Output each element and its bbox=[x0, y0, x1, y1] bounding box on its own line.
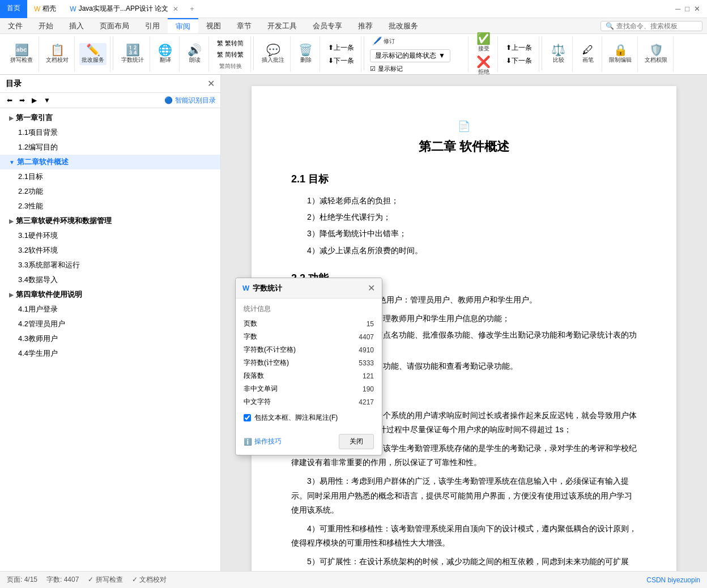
include-textbox-input[interactable] bbox=[244, 414, 251, 421]
modal-section-title: 统计信息 bbox=[244, 304, 374, 314]
include-textbox-label: 包括文本框、脚注和尾注(F) bbox=[254, 413, 338, 423]
table-row-zhchars: 中文字符 4217 bbox=[244, 395, 374, 408]
row-value-nonzh: 190 bbox=[344, 382, 374, 395]
row-value-zhchars: 4217 bbox=[344, 395, 374, 408]
table-row-pages: 页数 15 bbox=[244, 317, 374, 330]
wordcount-modal: W 字数统计 ✕ 统计信息 页数 15 字数 4407 字符数(不计空格) 49… bbox=[235, 278, 382, 455]
modal-title: W 字数统计 bbox=[242, 283, 282, 293]
include-textbox-checkbox[interactable]: 包括文本框、脚注和尾注(F) bbox=[244, 413, 374, 423]
wordcount-table: 页数 15 字数 4407 字符数(不计空格) 4910 字符数(计空格) 53… bbox=[244, 317, 374, 408]
row-label-chars-space: 字符数(计空格) bbox=[244, 356, 344, 369]
table-row-chars-space: 字符数(计空格) 5333 bbox=[244, 356, 374, 369]
modal-close-btn[interactable]: 关闭 bbox=[339, 434, 374, 449]
tips-link[interactable]: ℹ️ 操作技巧 bbox=[244, 437, 282, 446]
table-row-paragraphs: 段落数 121 bbox=[244, 369, 374, 382]
table-row-chars-nospace: 字符数(不计空格) 4910 bbox=[244, 343, 374, 356]
modal-header: W 字数统计 ✕ bbox=[236, 278, 382, 299]
row-value-pages: 15 bbox=[344, 317, 374, 330]
row-label-nonzh: 非中文单词 bbox=[244, 382, 344, 395]
table-row-words: 字数 4407 bbox=[244, 330, 374, 343]
row-label-pages: 页数 bbox=[244, 317, 344, 330]
modal-body: 统计信息 页数 15 字数 4407 字符数(不计空格) 4910 字符数(计空… bbox=[236, 299, 382, 431]
table-row-nonzh: 非中文单词 190 bbox=[244, 382, 374, 395]
row-label-words: 字数 bbox=[244, 330, 344, 343]
row-label-paragraphs: 段落数 bbox=[244, 369, 344, 382]
modal-overlay: W 字数统计 ✕ 统计信息 页数 15 字数 4407 字符数(不计空格) 49… bbox=[0, 0, 707, 588]
row-label-zhchars: 中文字符 bbox=[244, 395, 344, 408]
row-label-chars-nospace: 字符数(不计空格) bbox=[244, 343, 344, 356]
row-value-chars-space: 5333 bbox=[344, 356, 374, 369]
modal-title-icon: W bbox=[242, 284, 249, 292]
modal-footer: ℹ️ 操作技巧 关闭 bbox=[236, 431, 382, 455]
row-value-chars-nospace: 4910 bbox=[344, 343, 374, 356]
row-value-paragraphs: 121 bbox=[344, 369, 374, 382]
row-value-words: 4407 bbox=[344, 330, 374, 343]
modal-close-button[interactable]: ✕ bbox=[368, 283, 375, 293]
info-icon: ℹ️ bbox=[244, 438, 252, 446]
